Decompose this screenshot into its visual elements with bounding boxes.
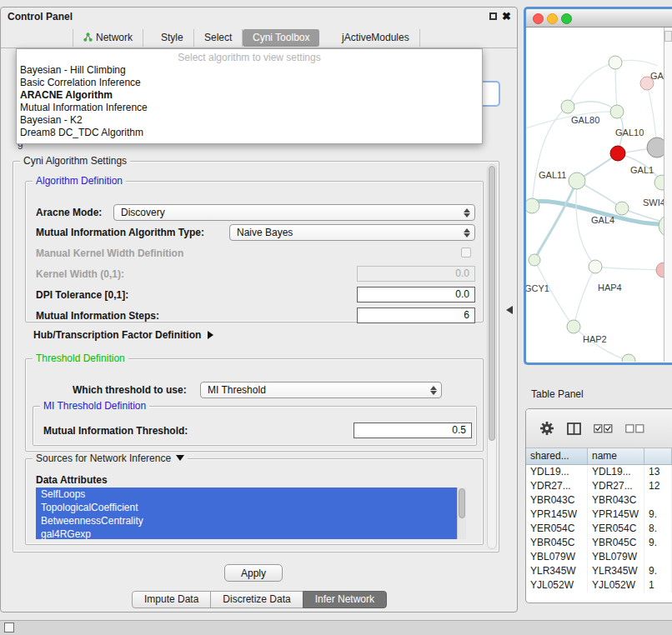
float-window-icon[interactable] bbox=[489, 12, 497, 20]
tab-select[interactable]: Select bbox=[194, 29, 243, 47]
network-node[interactable] bbox=[589, 260, 602, 273]
dpi-tolerance-field[interactable]: 0.0 bbox=[357, 287, 475, 302]
network-node[interactable] bbox=[567, 320, 580, 333]
scrollbar-thumb[interactable] bbox=[459, 488, 465, 518]
minimized-panel-icon[interactable] bbox=[4, 622, 14, 632]
attribute-list-scrollbar[interactable] bbox=[457, 488, 466, 539]
dropdown-option-selected[interactable]: ARACNE Algorithm bbox=[17, 89, 482, 102]
expand-arrow-icon[interactable] bbox=[208, 331, 213, 339]
show-columns-icon[interactable] bbox=[567, 422, 581, 435]
cell: YBR043C bbox=[526, 493, 588, 508]
cell: YER054C bbox=[588, 522, 644, 536]
table-row[interactable]: YPR145WYPR145W9. bbox=[526, 508, 672, 522]
status-bar bbox=[0, 620, 672, 635]
tab-label: Network bbox=[96, 32, 133, 43]
tab-discretize-data[interactable]: Discretize Data bbox=[210, 591, 303, 608]
column-header-shared-name[interactable]: shared... bbox=[526, 448, 588, 465]
tab-impute-data[interactable]: Impute Data bbox=[132, 591, 211, 608]
table-row[interactable]: YLR345WYLR345W9. bbox=[526, 564, 672, 578]
deselect-all-icon[interactable] bbox=[625, 424, 644, 433]
algorithm-combo-fragment[interactable] bbox=[483, 81, 500, 107]
network-scrollbar[interactable] bbox=[664, 28, 672, 362]
control-panel-titlebar[interactable]: Control Panel ✖ bbox=[1, 8, 517, 26]
network-node[interactable] bbox=[610, 105, 624, 118]
column-header-cut[interactable] bbox=[644, 448, 672, 465]
aracne-mode-label: Aracne Mode: bbox=[36, 207, 102, 218]
hub-transcription-factor-row[interactable]: Hub/Transcription Factor Definition bbox=[33, 329, 213, 341]
scrollbar-thumb[interactable] bbox=[489, 166, 495, 441]
table-panel-title: Table Panel bbox=[531, 388, 584, 400]
table-row[interactable]: YDR27...YDR27...12 bbox=[526, 479, 672, 493]
panel-collapse-arrow-icon[interactable] bbox=[506, 306, 513, 314]
kernel-width-field[interactable]: 0.0 bbox=[357, 266, 475, 282]
network-window-titlebar[interactable] bbox=[526, 9, 672, 28]
network-node[interactable] bbox=[615, 202, 629, 215]
tab-jactivemodules[interactable]: jActiveModules bbox=[332, 29, 420, 47]
table-body: YDL19...YDL19...13 YDR27...YDR27...12 YB… bbox=[526, 465, 672, 592]
hub-label: Hub/Transcription Factor Definition bbox=[33, 329, 201, 341]
cell: YDL19... bbox=[588, 465, 644, 479]
network-icon bbox=[83, 32, 93, 42]
table-toolbar bbox=[526, 409, 672, 448]
table-row[interactable]: YER054CYER054C8. bbox=[526, 522, 672, 536]
manual-kernel-checkbox[interactable] bbox=[461, 248, 471, 258]
mi-steps-label: Mutual Information Steps: bbox=[36, 310, 159, 322]
settings-scrollbar[interactable] bbox=[487, 164, 497, 549]
tab-style[interactable]: Style bbox=[151, 29, 194, 47]
apply-button[interactable]: Apply bbox=[224, 564, 283, 582]
data-attributes-list[interactable]: SelfLoops TopologicalCoefficient Between… bbox=[36, 488, 466, 539]
table-row[interactable]: YDL19...YDL19...13 bbox=[526, 465, 672, 479]
attribute-item-selected[interactable]: gal4RGexp bbox=[36, 528, 457, 539]
mi-threshold-group: MI Threshold Definition Mutual Informati… bbox=[33, 406, 477, 446]
table-row[interactable]: YBR043CYBR043C bbox=[526, 493, 672, 508]
traffic-light-minimize-icon[interactable] bbox=[547, 13, 558, 24]
node-label: GAL10 bbox=[615, 128, 644, 138]
mi-type-select[interactable]: Naive Bayes bbox=[229, 224, 475, 241]
dropdown-option[interactable]: Dream8 DC_TDC Algorithm bbox=[17, 127, 482, 139]
which-threshold-select[interactable]: MI Threshold bbox=[200, 382, 442, 398]
dropdown-option[interactable]: Basic Correlation Inference bbox=[17, 77, 482, 89]
tab-network[interactable]: Network bbox=[73, 29, 143, 47]
column-header-name[interactable]: name bbox=[588, 448, 644, 465]
collapse-arrow-icon[interactable] bbox=[176, 455, 184, 461]
dropdown-option[interactable]: Bayesian - Hill Climbing bbox=[17, 64, 482, 77]
select-all-icon[interactable] bbox=[594, 424, 613, 433]
table-row[interactable]: YBR045CYBR045C9. bbox=[526, 536, 672, 550]
tab-label: Select bbox=[204, 32, 232, 43]
table-row[interactable]: YBL079WYBL079W bbox=[526, 550, 672, 564]
attribute-item-selected[interactable]: SelfLoops bbox=[36, 488, 457, 501]
gear-icon[interactable] bbox=[539, 421, 554, 436]
attribute-item-selected[interactable]: TopologicalCoefficient bbox=[36, 501, 457, 514]
traffic-light-zoom-icon[interactable] bbox=[561, 13, 572, 24]
dropdown-option[interactable]: Mutual Information Inference bbox=[17, 102, 482, 114]
tab-cyni-toolbox[interactable]: Cyni Toolbox bbox=[243, 29, 319, 47]
network-node-selected[interactable] bbox=[610, 146, 625, 161]
mi-steps-field[interactable]: 6 bbox=[357, 308, 475, 323]
traffic-light-close-icon[interactable] bbox=[533, 13, 544, 24]
network-node[interactable] bbox=[561, 100, 574, 113]
table-row[interactable]: YJL052WYJL052W1 bbox=[526, 578, 672, 592]
close-icon[interactable]: ✖ bbox=[502, 10, 511, 22]
aracne-mode-select[interactable]: Discovery bbox=[113, 204, 475, 221]
network-node[interactable] bbox=[529, 254, 540, 266]
network-node[interactable] bbox=[569, 172, 585, 189]
cell: 1 bbox=[644, 578, 672, 592]
mi-threshold-field[interactable]: 0.5 bbox=[354, 422, 472, 438]
tab-infer-network[interactable]: Infer Network bbox=[303, 591, 387, 608]
scrollbar-button[interactable] bbox=[664, 31, 672, 42]
network-node[interactable] bbox=[622, 354, 635, 362]
attribute-item-selected[interactable]: BetweennessCentrality bbox=[36, 514, 457, 528]
network-node[interactable] bbox=[609, 56, 622, 69]
mi-threshold-label: Mutual Information Threshold: bbox=[43, 425, 188, 437]
node-label: HAP2 bbox=[583, 334, 607, 344]
network-node[interactable] bbox=[526, 198, 539, 213]
network-canvas[interactable]: GAL80 GAL10 GAL11 GAL1 SWI4 GAL4 GCY1 HA… bbox=[526, 28, 672, 362]
window-title: Control Panel bbox=[8, 11, 73, 22]
unchecked-boxes-glyph bbox=[625, 424, 644, 433]
node-label: HAP4 bbox=[598, 282, 622, 292]
sources-group-title[interactable]: Sources for Network Inference bbox=[33, 452, 188, 464]
dropdown-option[interactable]: Bayesian - K2 bbox=[17, 114, 482, 127]
cell: YDR27... bbox=[526, 479, 588, 493]
combo-value: MI Threshold bbox=[208, 384, 266, 396]
threshold-definition-group: Threshold Definition Which threshold to … bbox=[25, 358, 484, 452]
